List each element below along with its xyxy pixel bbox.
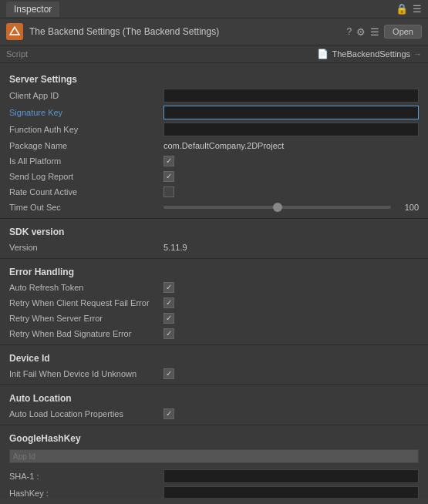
auto-load-properties-value — [163, 408, 419, 419]
sha1-value — [163, 469, 419, 483]
retry-client-fail-row: Retry When Client Request Fail Error — [0, 295, 428, 311]
header: The Backend Settings (The Backend Settin… — [0, 18, 428, 45]
hashkey-value — [163, 486, 419, 498]
inspector-tab[interactable]: Inspector — [6, 2, 59, 17]
is-all-platform-row: Is All Platform — [0, 153, 428, 169]
signature-key-value — [163, 106, 419, 119]
rate-count-active-checkbox[interactable] — [163, 186, 174, 197]
divider-4 — [0, 385, 428, 385]
function-auth-key-input[interactable] — [163, 123, 419, 136]
script-arrow-icon: → — [413, 49, 422, 59]
retry-server-error-row: Retry When Server Error — [0, 311, 428, 326]
sdk-version-header: SDK version — [0, 222, 428, 240]
rate-count-active-row: Rate Count Active — [0, 184, 428, 200]
retry-bad-signature-row: Retry When Bad Signature Error — [0, 326, 428, 341]
header-title: The Backend Settings (The Backend Settin… — [29, 26, 219, 37]
auto-refresh-token-label: Auto Refresh Token — [9, 283, 163, 292]
time-out-sec-row: Time Out Sec 100 — [0, 200, 428, 215]
send-log-report-row: Send Log Report — [0, 169, 428, 184]
settings-icon[interactable]: ⚙ — [356, 26, 366, 38]
is-all-platform-label: Is All Platform — [9, 156, 163, 166]
auto-refresh-token-value — [163, 282, 419, 293]
function-auth-key-value — [163, 123, 419, 136]
sha1-input[interactable] — [163, 469, 419, 483]
title-bar-icons: 🔒 ☰ — [396, 3, 422, 15]
time-out-sec-slider-container: 100 — [163, 203, 419, 212]
retry-client-fail-checkbox[interactable] — [163, 297, 174, 308]
init-fail-unknown-checkbox[interactable] — [163, 368, 174, 379]
auto-load-properties-checkbox[interactable] — [163, 408, 174, 419]
auto-refresh-token-checkbox[interactable] — [163, 282, 174, 293]
time-out-sec-slider[interactable] — [163, 206, 391, 209]
google-hash-section — [0, 446, 428, 468]
function-auth-key-label: Function Auth Key — [9, 125, 163, 134]
error-handling-header: Error Handling — [0, 262, 428, 280]
auto-load-properties-label: Auto Load Location Properties — [9, 409, 163, 418]
script-value: TheBackendSettings — [332, 49, 410, 59]
retry-bad-signature-value — [163, 328, 419, 339]
version-value: 5.11.9 — [163, 243, 419, 252]
package-name-value: com.DefaultCompany.2DProject — [163, 141, 419, 150]
retry-server-error-value — [163, 313, 419, 324]
header-left: The Backend Settings (The Backend Settin… — [6, 23, 219, 40]
client-app-id-label: Client App ID — [9, 91, 163, 100]
auto-refresh-token-row: Auto Refresh Token — [0, 280, 428, 295]
divider-2 — [0, 258, 428, 259]
is-all-platform-checkbox[interactable] — [163, 156, 174, 166]
version-label: Version — [9, 243, 163, 252]
header-icons: ? ⚙ ☰ — [346, 26, 379, 38]
divider-3 — [0, 344, 428, 345]
hashkey-input[interactable] — [163, 486, 419, 498]
signature-key-label: Signature Key — [9, 108, 163, 117]
sha1-label: SHA-1 : — [9, 472, 163, 481]
auto-location-header: Auto Location — [0, 388, 428, 406]
hashkey-row: HashKey : — [0, 485, 428, 498]
time-out-sec-label: Time Out Sec — [9, 203, 163, 212]
script-row: Script 📄 TheBackendSettings → — [0, 45, 428, 63]
open-button[interactable]: Open — [384, 25, 422, 39]
init-fail-unknown-row: Init Fail When Device Id Unknown — [0, 366, 428, 381]
function-auth-key-row: Function Auth Key — [0, 121, 428, 138]
main-content: Server Settings Client App ID Signature … — [0, 63, 428, 498]
sha1-row: SHA-1 : — [0, 468, 428, 485]
is-all-platform-value — [163, 156, 419, 166]
help-icon[interactable]: ? — [346, 26, 352, 38]
google-hash-key-header: GoogleHashKey — [0, 428, 428, 446]
script-value-container: 📄 TheBackendSettings → — [317, 49, 422, 59]
auto-load-properties-row: Auto Load Location Properties — [0, 406, 428, 422]
send-log-report-value — [163, 171, 419, 182]
rate-count-active-label: Rate Count Active — [9, 187, 163, 197]
retry-client-fail-label: Retry When Client Request Fail Error — [9, 298, 163, 307]
server-settings-header: Server Settings — [0, 69, 428, 87]
rate-count-active-value — [163, 186, 419, 197]
divider-5 — [0, 425, 428, 425]
header-menu-icon[interactable]: ☰ — [370, 26, 379, 38]
send-log-report-label: Send Log Report — [9, 172, 163, 181]
package-name-label: Package Name — [9, 141, 163, 150]
signature-key-input[interactable] — [163, 106, 419, 119]
retry-client-fail-value — [163, 297, 419, 308]
menu-icon[interactable]: ☰ — [413, 3, 422, 15]
client-app-id-row: Client App ID — [0, 87, 428, 104]
script-label: Script — [6, 49, 28, 59]
header-right: ? ⚙ ☰ Open — [346, 25, 422, 39]
client-app-id-value — [163, 89, 419, 102]
svg-marker-0 — [10, 27, 19, 35]
init-fail-unknown-label: Init Fail When Device Id Unknown — [9, 369, 163, 378]
title-bar: Inspector 🔒 ☰ — [0, 0, 428, 18]
hashkey-label: HashKey : — [9, 489, 163, 498]
package-name-row: Package Name com.DefaultCompany.2DProjec… — [0, 138, 428, 153]
lock-icon[interactable]: 🔒 — [396, 3, 408, 15]
app-id-input[interactable] — [9, 449, 419, 463]
retry-server-error-checkbox[interactable] — [163, 313, 174, 324]
client-app-id-input[interactable] — [163, 89, 419, 102]
init-fail-unknown-value — [163, 368, 419, 379]
retry-server-error-label: Retry When Server Error — [9, 314, 163, 323]
retry-bad-signature-checkbox[interactable] — [163, 328, 174, 339]
retry-bad-signature-label: Retry When Bad Signature Error — [9, 329, 163, 338]
version-row: Version 5.11.9 — [0, 240, 428, 255]
script-file-icon: 📄 — [317, 49, 329, 59]
time-out-sec-value: 100 — [396, 203, 419, 212]
divider-1 — [0, 218, 428, 219]
send-log-report-checkbox[interactable] — [163, 171, 174, 182]
